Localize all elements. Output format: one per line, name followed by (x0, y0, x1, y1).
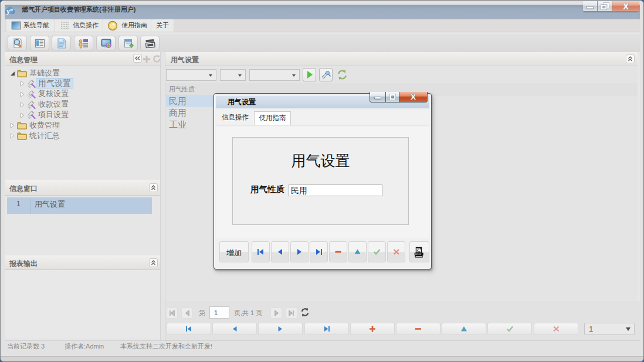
svg-text:y: y (6, 8, 10, 15)
svg-text:X: X (623, 2, 629, 11)
svg-text:X: X (411, 93, 416, 101)
